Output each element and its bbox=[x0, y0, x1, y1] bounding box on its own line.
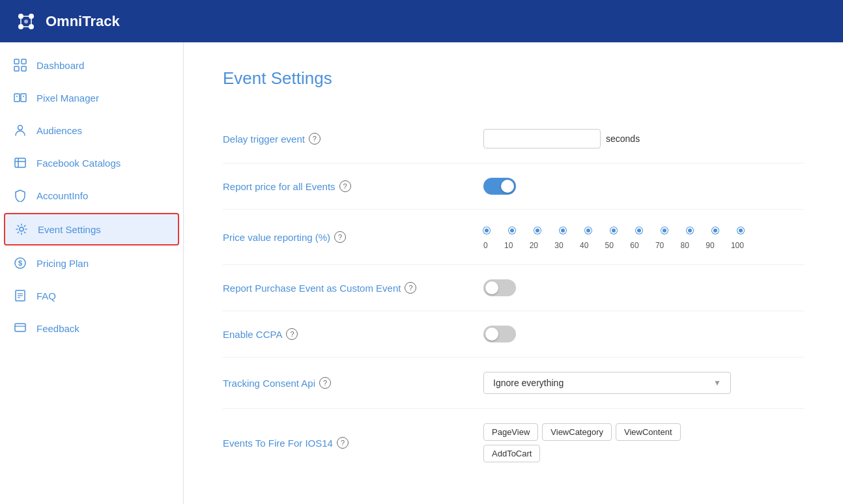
gear-icon bbox=[14, 222, 29, 236]
catalog-icon bbox=[13, 156, 27, 170]
enable-ccpa-control bbox=[483, 326, 804, 343]
svg-point-21 bbox=[20, 227, 23, 231]
slider-labels: 0 10 20 30 40 50 60 70 80 90 100 bbox=[483, 241, 744, 250]
report-purchase-toggle-knob bbox=[485, 281, 498, 294]
svg-point-17 bbox=[18, 126, 23, 130]
slider-dot-40[interactable] bbox=[585, 227, 592, 234]
logo-icon bbox=[13, 8, 39, 35]
tracking-consent-control: Ignore everything ▼ bbox=[483, 372, 804, 394]
setting-report-price: Report price for all Events ? bbox=[223, 163, 804, 210]
sidebar-label-account-info: AccountInfo bbox=[36, 190, 88, 201]
slider-dot-10[interactable] bbox=[509, 227, 515, 234]
sidebar-label-pixel-manager: Pixel Manager bbox=[36, 92, 99, 104]
logo-text: OmniTrack bbox=[46, 13, 120, 30]
svg-point-4 bbox=[24, 20, 28, 23]
slider-dot-90[interactable] bbox=[712, 227, 719, 234]
sidebar-item-pricing-plan[interactable]: $ Pricing Plan bbox=[0, 247, 183, 279]
enable-ccpa-toggle[interactable] bbox=[483, 326, 516, 343]
svg-rect-28 bbox=[15, 324, 25, 331]
pixel-icon bbox=[13, 91, 27, 105]
sidebar-label-pricing-plan: Pricing Plan bbox=[36, 258, 89, 269]
sidebar-item-facebook-catalogs[interactable]: Facebook Catalogs bbox=[0, 147, 183, 179]
tracking-consent-dropdown[interactable]: Ignore everything ▼ bbox=[483, 372, 731, 394]
delay-trigger-label: Delay trigger event ? bbox=[223, 133, 483, 145]
tracking-consent-value: Ignore everything bbox=[493, 378, 564, 388]
sidebar-label-dashboard: Dashboard bbox=[36, 60, 84, 71]
main-layout: Dashboard Pixel Manager Audiences bbox=[0, 42, 843, 504]
setting-price-value-reporting: Price value reporting (%) ? bbox=[223, 210, 804, 265]
slider-dot-20[interactable] bbox=[534, 227, 541, 234]
setting-report-purchase: Report Purchase Event as Custom Event ? bbox=[223, 265, 804, 311]
enable-ccpa-label: Enable CCPA ? bbox=[223, 328, 483, 340]
sidebar-item-event-settings[interactable]: Event Settings bbox=[4, 213, 179, 245]
report-price-control bbox=[483, 178, 804, 195]
setting-tracking-consent: Tracking Consent Api ? Ignore everything… bbox=[223, 357, 804, 409]
delay-trigger-help-icon[interactable]: ? bbox=[309, 133, 321, 145]
content-area: Event Settings Delay trigger event ? sec… bbox=[184, 42, 843, 504]
slider-dot-0[interactable] bbox=[483, 227, 490, 234]
sidebar-item-account-info[interactable]: AccountInfo bbox=[0, 179, 183, 212]
tag-pageview[interactable]: PageView bbox=[483, 423, 538, 441]
sidebar-label-feedback: Feedback bbox=[36, 323, 79, 334]
svg-rect-10 bbox=[21, 59, 26, 64]
tag-addtocart[interactable]: AddToCart bbox=[483, 445, 540, 462]
report-price-toggle[interactable] bbox=[483, 178, 516, 195]
sidebar-item-feedback[interactable]: Feedback bbox=[0, 312, 183, 344]
report-price-help-icon[interactable]: ? bbox=[339, 180, 351, 192]
svg-rect-9 bbox=[14, 59, 19, 64]
events-ios14-control: PageView ViewCategory ViewContent AddToC… bbox=[483, 423, 804, 462]
svg-text:$: $ bbox=[18, 259, 22, 267]
slider-dot-30[interactable] bbox=[560, 227, 566, 234]
price-value-help-icon[interactable]: ? bbox=[334, 231, 346, 243]
sidebar-item-pixel-manager[interactable]: Pixel Manager bbox=[0, 81, 183, 114]
events-ios14-label: Events To Fire For IOS14 ? bbox=[223, 437, 483, 449]
feedback-icon bbox=[13, 321, 27, 335]
logo-area: OmniTrack bbox=[13, 8, 120, 35]
delay-trigger-control: seconds bbox=[483, 129, 804, 148]
price-value-slider-container: 0 10 20 30 40 50 60 70 80 90 100 bbox=[483, 224, 804, 250]
price-value-label: Price value reporting (%) ? bbox=[223, 231, 483, 243]
sidebar-label-event-settings: Event Settings bbox=[38, 224, 101, 235]
sidebar-label-facebook-catalogs: Facebook Catalogs bbox=[36, 158, 121, 169]
page-title: Event Settings bbox=[223, 68, 804, 89]
enable-ccpa-toggle-knob bbox=[485, 328, 498, 341]
report-price-toggle-knob bbox=[501, 180, 514, 193]
svg-rect-13 bbox=[14, 94, 20, 102]
events-ios14-help-icon[interactable]: ? bbox=[337, 437, 349, 449]
report-purchase-toggle[interactable] bbox=[483, 279, 516, 296]
sidebar-item-audiences[interactable]: Audiences bbox=[0, 114, 183, 147]
delay-trigger-suffix: seconds bbox=[606, 133, 640, 144]
slider-dot-70[interactable] bbox=[661, 227, 668, 234]
enable-ccpa-help-icon[interactable]: ? bbox=[286, 328, 298, 340]
tracking-consent-help-icon[interactable]: ? bbox=[319, 377, 331, 389]
dashboard-icon bbox=[13, 58, 27, 72]
tag-viewcontent[interactable]: ViewContent bbox=[616, 423, 680, 441]
price-value-control: 0 10 20 30 40 50 60 70 80 90 100 bbox=[483, 224, 804, 250]
report-purchase-label: Report Purchase Event as Custom Event ? bbox=[223, 282, 483, 294]
tracking-consent-label: Tracking Consent Api ? bbox=[223, 377, 483, 389]
sidebar-label-audiences: Audiences bbox=[36, 125, 82, 136]
setting-enable-ccpa: Enable CCPA ? bbox=[223, 311, 804, 357]
book-icon bbox=[13, 288, 27, 303]
sidebar-item-faq[interactable]: FAQ bbox=[0, 279, 183, 312]
setting-events-ios14: Events To Fire For IOS14 ? PageView View… bbox=[223, 409, 804, 477]
report-purchase-help-icon[interactable]: ? bbox=[405, 282, 416, 294]
svg-rect-14 bbox=[21, 94, 26, 102]
slider-dot-80[interactable] bbox=[687, 227, 693, 234]
slider-dot-50[interactable] bbox=[610, 227, 617, 234]
delay-trigger-input[interactable] bbox=[483, 129, 601, 148]
report-purchase-control bbox=[483, 279, 804, 296]
events-ios14-tags: PageView ViewCategory ViewContent AddToC… bbox=[483, 423, 731, 462]
setting-delay-trigger: Delay trigger event ? seconds bbox=[223, 115, 804, 163]
svg-rect-12 bbox=[21, 66, 26, 71]
dollar-icon: $ bbox=[13, 256, 27, 270]
tag-viewcategory[interactable]: ViewCategory bbox=[542, 423, 612, 441]
content-inner: Event Settings Delay trigger event ? sec… bbox=[184, 42, 843, 504]
sidebar-item-dashboard[interactable]: Dashboard bbox=[0, 49, 183, 81]
svg-rect-11 bbox=[14, 66, 19, 71]
slider-dot-100[interactable] bbox=[737, 227, 744, 234]
dropdown-arrow-icon: ▼ bbox=[713, 378, 721, 387]
svg-rect-18 bbox=[15, 158, 25, 167]
report-price-label: Report price for all Events ? bbox=[223, 180, 483, 192]
slider-dot-60[interactable] bbox=[636, 227, 642, 234]
